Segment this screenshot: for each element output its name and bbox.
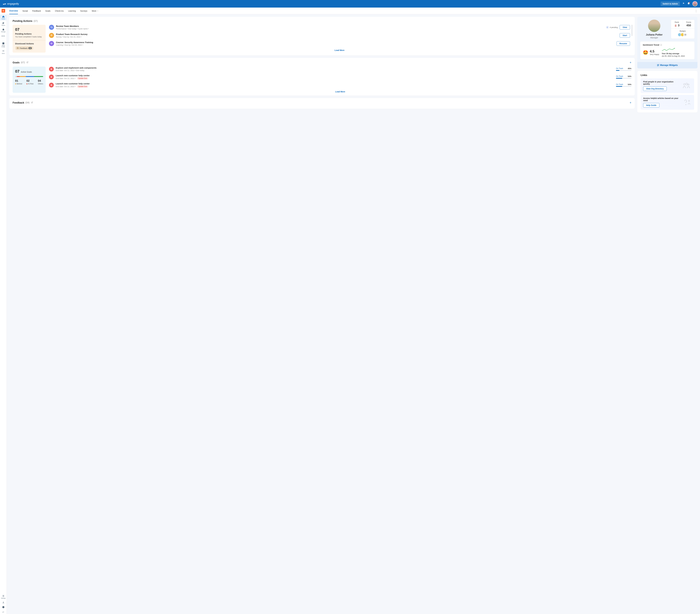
tab-more[interactable]: More (92, 8, 99, 14)
tab-social[interactable]: Social (22, 8, 28, 14)
tab-overview[interactable]: Overview (9, 8, 18, 14)
chevron-down-icon (97, 10, 99, 12)
people-icon (606, 26, 609, 29)
add-goal-button[interactable]: + (629, 61, 632, 64)
create-button[interactable]: + (1, 9, 5, 13)
svg-point-10 (3, 596, 4, 596)
manage-widgets-button[interactable]: Manage Widgets (637, 62, 698, 68)
tab-learning[interactable]: Learning (68, 8, 76, 14)
svg-point-15 (607, 27, 608, 27)
external-link-icon[interactable] (31, 101, 33, 104)
goals-summary: 07 Active Goals 01Behind 02At Risk 04Oth… (13, 67, 46, 93)
target-icon (49, 67, 54, 72)
stats-box: Rank3 Points450 Badges +3 (671, 20, 695, 39)
goal-item[interactable]: Launch new customer help center End date… (49, 74, 632, 80)
widgets-icon (657, 64, 659, 66)
view-org-directory-button[interactable]: View Org Directory (643, 87, 667, 91)
rail-brand-icon[interactable] (0, 610, 7, 614)
bell-icon[interactable] (687, 2, 690, 5)
emoji-icon: 🤩 (643, 50, 648, 55)
pending-item[interactable]: Review Team Members Performance • Due to… (49, 25, 630, 30)
pending-summary: 07 Pending Actions You have completed 3 … (13, 25, 46, 53)
rail-download[interactable] (0, 600, 7, 604)
rail-home[interactable]: Home (0, 15, 7, 21)
rank-badge-icon (674, 24, 677, 27)
view-button[interactable]: View (620, 25, 630, 29)
svg-point-32 (659, 65, 659, 66)
feedback-title: Feedback (13, 101, 24, 104)
badges[interactable]: +3 (672, 33, 693, 37)
svg-point-34 (688, 84, 689, 85)
link-org-directory: Find people in your organization quickly… (641, 78, 694, 93)
left-rail: + Home Teams Manage ••• Talent Profile M… (0, 8, 7, 614)
info-icon[interactable] (660, 44, 662, 46)
rail-help[interactable] (0, 605, 7, 609)
tab-checkins[interactable]: Check-ins (55, 8, 64, 14)
trend-line-icon (662, 48, 676, 52)
pin-icon[interactable] (682, 2, 685, 5)
svg-point-35 (686, 83, 688, 85)
tab-goals[interactable]: Goals (45, 8, 51, 14)
tab-feedback[interactable]: Feedback (32, 8, 41, 14)
rail-apps[interactable]: More (0, 49, 7, 55)
update-due-badge: Update Due (77, 77, 88, 80)
app-name: engagedly (7, 2, 19, 5)
svg-point-6 (4, 50, 4, 51)
feedback-chip[interactable]: Feedback 02 (15, 46, 33, 50)
help-illustration-icon (682, 99, 691, 106)
goals-card: Goals (07) + 07 Active Goals (9, 58, 635, 95)
tab-surveys[interactable]: Surveys (80, 8, 87, 14)
logo[interactable]: engagedly (2, 2, 19, 6)
switch-to-admin-button[interactable]: Switch to Admin (661, 1, 680, 6)
rail-manage[interactable]: Manage (0, 27, 7, 33)
pending-item[interactable]: Course: Security Awareness Training Lear… (49, 41, 630, 46)
profile-widget: Juliana Potter Manager Rank3 Points450 B… (637, 17, 698, 68)
sentiment-card: Sentiment Trend 🤩 4.5 Very Happy (640, 41, 695, 60)
kebab-menu-icon[interactable]: ⋮ (695, 9, 698, 13)
svg-point-5 (3, 50, 3, 51)
svg-rect-31 (657, 65, 658, 66)
update-due-badge: Update Due (77, 85, 88, 88)
svg-point-27 (675, 25, 676, 26)
external-link-icon[interactable] (26, 61, 28, 64)
progress-bar (616, 70, 632, 71)
resume-button[interactable]: Resume (616, 41, 630, 46)
svg-point-36 (686, 104, 686, 105)
rail-talent-profile[interactable]: Talent Profile (0, 41, 7, 49)
chat-icon (16, 47, 19, 49)
pending-title: Pending Actions (13, 20, 32, 23)
start-button[interactable]: Start (620, 33, 630, 38)
pending-list: Review Team Members Performance • Due to… (49, 25, 632, 53)
goals-list: Explore and implement web components End… (49, 67, 632, 93)
svg-point-0 (3, 22, 3, 23)
tabs: Overview Social Feedback Goals Check-ins… (7, 8, 700, 14)
svg-point-8 (3, 51, 3, 51)
svg-rect-17 (51, 35, 52, 36)
people-illustration-icon (682, 82, 691, 89)
link-help-guide: Access helpful articles based on your ne… (641, 95, 694, 110)
svg-point-16 (608, 27, 608, 27)
svg-point-37 (688, 100, 690, 101)
notification-dot (689, 2, 690, 3)
goal-item[interactable]: Explore and implement web components End… (49, 67, 632, 72)
load-more-button[interactable]: Load More (49, 49, 630, 51)
rail-more[interactable]: ••• (0, 34, 7, 38)
rail-teams[interactable]: Teams (0, 21, 7, 27)
load-more-button[interactable]: Load More (49, 91, 632, 93)
goals-segment-bar (15, 76, 43, 77)
svg-rect-30 (658, 64, 659, 65)
pending-count-pill: 4 pending (606, 26, 618, 29)
goals-title: Goals (13, 61, 20, 64)
help-guide-button[interactable]: Help Guide (643, 103, 659, 107)
pending-item[interactable]: Product Team Research Survey Survey • Du… (49, 33, 630, 38)
scrollbar[interactable] (632, 25, 632, 36)
target-icon (49, 75, 54, 79)
review-icon (49, 25, 54, 30)
avatar[interactable] (692, 1, 698, 6)
add-feedback-button[interactable]: + (629, 101, 632, 104)
rail-settings[interactable]: Settings (0, 594, 7, 600)
learning-icon (49, 41, 54, 46)
feedback-card: Feedback (04) + (9, 98, 635, 109)
goal-item[interactable]: Launch new customer help center End date… (49, 82, 632, 88)
profile-avatar[interactable] (648, 20, 660, 32)
